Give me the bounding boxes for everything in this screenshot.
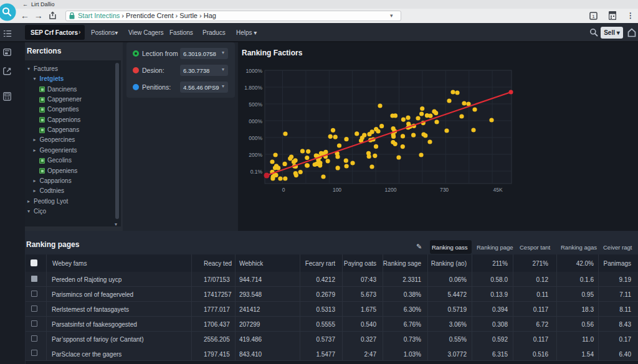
- svg-text:500%: 500%: [249, 101, 262, 108]
- svg-text:0.1%: 0.1%: [250, 169, 263, 175]
- svg-text:0: 0: [282, 187, 285, 193]
- svg-text:000%: 000%: [249, 135, 262, 141]
- svg-text:000%: 000%: [249, 118, 262, 124]
- svg-text:45K: 45K: [493, 187, 502, 193]
- svg-text:1: 1: [592, 14, 595, 19]
- svg-text:1000%: 1000%: [246, 68, 263, 74]
- svg-text:730: 730: [440, 187, 449, 193]
- svg-text:200%: 200%: [249, 152, 262, 158]
- svg-text:1200: 1200: [385, 187, 397, 193]
- svg-text:100: 100: [333, 187, 341, 193]
- svg-text:1.800%: 1.800%: [244, 85, 262, 91]
